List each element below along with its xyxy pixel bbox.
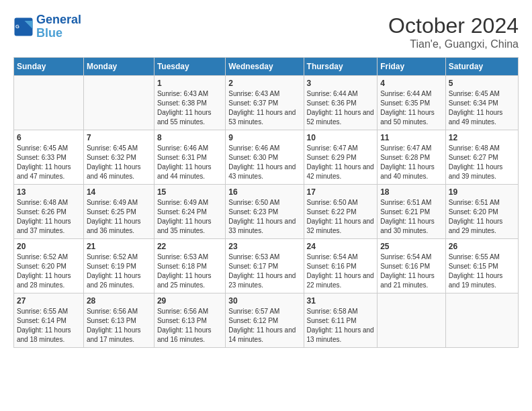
calendar-cell: 17Sunrise: 6:50 AM Sunset: 6:22 PM Dayli…: [304, 185, 378, 239]
day-number: 14: [87, 187, 151, 197]
calendar-cell: 29Sunrise: 6:56 AM Sunset: 6:13 PM Dayli…: [154, 293, 225, 348]
day-number: 20: [17, 242, 81, 251]
calendar-header-row: SundayMondayTuesdayWednesdayThursdayFrid…: [14, 58, 519, 76]
day-info: Sunrise: 6:50 AM Sunset: 6:22 PM Dayligh…: [307, 198, 375, 236]
calendar-cell: 31Sunrise: 6:58 AM Sunset: 6:11 PM Dayli…: [304, 293, 378, 348]
day-number: 17: [307, 187, 375, 197]
logo-icon: G: [13, 17, 34, 37]
title-block: October 2024 Tian'e, Guangxi, China: [388, 13, 519, 50]
day-info: Sunrise: 6:51 AM Sunset: 6:21 PM Dayligh…: [380, 198, 443, 236]
week-row-3: 13Sunrise: 6:48 AM Sunset: 6:26 PM Dayli…: [14, 185, 519, 239]
week-row-4: 20Sunrise: 6:52 AM Sunset: 6:20 PM Dayli…: [14, 239, 519, 293]
day-info: Sunrise: 6:44 AM Sunset: 6:35 PM Dayligh…: [380, 89, 443, 127]
calendar-cell: 27Sunrise: 6:55 AM Sunset: 6:14 PM Dayli…: [14, 293, 84, 348]
calendar-cell: 2Sunrise: 6:43 AM Sunset: 6:37 PM Daylig…: [226, 76, 304, 130]
day-info: Sunrise: 6:55 AM Sunset: 6:15 PM Dayligh…: [449, 253, 515, 290]
day-info: Sunrise: 6:54 AM Sunset: 6:16 PM Dayligh…: [380, 253, 443, 290]
day-number: 11: [380, 133, 443, 142]
day-number: 26: [449, 242, 515, 251]
day-number: 21: [87, 242, 151, 251]
calendar-cell: 10Sunrise: 6:47 AM Sunset: 6:29 PM Dayli…: [304, 130, 378, 185]
day-info: Sunrise: 6:54 AM Sunset: 6:16 PM Dayligh…: [307, 253, 375, 290]
day-number: 8: [157, 133, 222, 142]
day-number: 18: [380, 187, 443, 197]
day-info: Sunrise: 6:51 AM Sunset: 6:20 PM Dayligh…: [449, 198, 515, 236]
week-row-5: 27Sunrise: 6:55 AM Sunset: 6:14 PM Dayli…: [14, 293, 519, 348]
week-row-1: 1Sunrise: 6:43 AM Sunset: 6:38 PM Daylig…: [14, 76, 519, 130]
day-number: 23: [228, 242, 300, 251]
calendar-cell: 23Sunrise: 6:53 AM Sunset: 6:17 PM Dayli…: [226, 239, 304, 293]
column-header-saturday: Saturday: [445, 58, 518, 76]
logo-text: General Blue: [36, 13, 81, 40]
day-number: 2: [228, 79, 300, 88]
day-info: Sunrise: 6:45 AM Sunset: 6:34 PM Dayligh…: [449, 89, 515, 127]
day-info: Sunrise: 6:49 AM Sunset: 6:25 PM Dayligh…: [87, 198, 151, 236]
calendar-cell: 15Sunrise: 6:49 AM Sunset: 6:24 PM Dayli…: [154, 185, 225, 239]
day-info: Sunrise: 6:47 AM Sunset: 6:28 PM Dayligh…: [380, 144, 443, 181]
day-number: 13: [17, 187, 81, 197]
calendar-cell: 6Sunrise: 6:45 AM Sunset: 6:33 PM Daylig…: [14, 130, 84, 185]
week-row-2: 6Sunrise: 6:45 AM Sunset: 6:33 PM Daylig…: [14, 130, 519, 185]
day-number: 15: [157, 187, 222, 197]
day-info: Sunrise: 6:44 AM Sunset: 6:36 PM Dayligh…: [307, 89, 375, 127]
day-number: 9: [228, 133, 300, 142]
calendar-cell: 24Sunrise: 6:54 AM Sunset: 6:16 PM Dayli…: [304, 239, 378, 293]
page-title: October 2024: [388, 13, 519, 38]
day-info: Sunrise: 6:55 AM Sunset: 6:14 PM Dayligh…: [17, 307, 81, 345]
day-number: 19: [449, 187, 515, 197]
day-number: 27: [17, 296, 81, 306]
day-number: 1: [157, 79, 222, 88]
day-number: 31: [307, 296, 375, 306]
calendar-cell: 26Sunrise: 6:55 AM Sunset: 6:15 PM Dayli…: [445, 239, 518, 293]
calendar-cell: 22Sunrise: 6:53 AM Sunset: 6:18 PM Dayli…: [154, 239, 225, 293]
day-number: 10: [307, 133, 375, 142]
calendar-cell: [14, 76, 84, 130]
calendar-cell: [445, 293, 518, 348]
day-info: Sunrise: 6:56 AM Sunset: 6:13 PM Dayligh…: [87, 307, 151, 345]
calendar-cell: 7Sunrise: 6:45 AM Sunset: 6:32 PM Daylig…: [83, 130, 154, 185]
calendar-cell: 20Sunrise: 6:52 AM Sunset: 6:20 PM Dayli…: [14, 239, 84, 293]
calendar-cell: 18Sunrise: 6:51 AM Sunset: 6:21 PM Dayli…: [378, 185, 446, 239]
calendar-cell: [83, 76, 154, 130]
day-info: Sunrise: 6:46 AM Sunset: 6:31 PM Dayligh…: [157, 144, 222, 181]
day-info: Sunrise: 6:48 AM Sunset: 6:26 PM Dayligh…: [17, 198, 81, 236]
day-info: Sunrise: 6:46 AM Sunset: 6:30 PM Dayligh…: [228, 144, 300, 181]
day-number: 25: [380, 242, 443, 251]
calendar-cell: 30Sunrise: 6:57 AM Sunset: 6:12 PM Dayli…: [226, 293, 304, 348]
day-number: 24: [307, 242, 375, 251]
calendar-cell: 12Sunrise: 6:48 AM Sunset: 6:27 PM Dayli…: [445, 130, 518, 185]
column-header-wednesday: Wednesday: [226, 58, 304, 76]
day-info: Sunrise: 6:52 AM Sunset: 6:19 PM Dayligh…: [87, 253, 151, 290]
day-number: 28: [87, 296, 151, 306]
day-info: Sunrise: 6:56 AM Sunset: 6:13 PM Dayligh…: [157, 307, 222, 345]
day-info: Sunrise: 6:47 AM Sunset: 6:29 PM Dayligh…: [307, 144, 375, 181]
day-number: 7: [87, 133, 151, 142]
day-info: Sunrise: 6:58 AM Sunset: 6:11 PM Dayligh…: [307, 307, 375, 345]
calendar-cell: 4Sunrise: 6:44 AM Sunset: 6:35 PM Daylig…: [378, 76, 446, 130]
day-number: 4: [380, 79, 443, 88]
calendar-cell: 11Sunrise: 6:47 AM Sunset: 6:28 PM Dayli…: [378, 130, 446, 185]
column-header-tuesday: Tuesday: [154, 58, 225, 76]
calendar-cell: 28Sunrise: 6:56 AM Sunset: 6:13 PM Dayli…: [83, 293, 154, 348]
calendar-cell: 16Sunrise: 6:50 AM Sunset: 6:23 PM Dayli…: [226, 185, 304, 239]
logo: G General Blue: [13, 13, 81, 40]
calendar-cell: 5Sunrise: 6:45 AM Sunset: 6:34 PM Daylig…: [445, 76, 518, 130]
calendar-table: SundayMondayTuesdayWednesdayThursdayFrid…: [13, 57, 519, 348]
day-info: Sunrise: 6:50 AM Sunset: 6:23 PM Dayligh…: [228, 198, 300, 236]
day-info: Sunrise: 6:48 AM Sunset: 6:27 PM Dayligh…: [449, 144, 515, 181]
svg-text:G: G: [15, 23, 19, 29]
column-header-thursday: Thursday: [304, 58, 378, 76]
calendar-cell: 3Sunrise: 6:44 AM Sunset: 6:36 PM Daylig…: [304, 76, 378, 130]
day-number: 12: [449, 133, 515, 142]
calendar-cell: 1Sunrise: 6:43 AM Sunset: 6:38 PM Daylig…: [154, 76, 225, 130]
day-number: 3: [307, 79, 375, 88]
page-subtitle: Tian'e, Guangxi, China: [388, 38, 519, 50]
day-number: 30: [228, 296, 300, 306]
day-info: Sunrise: 6:45 AM Sunset: 6:32 PM Dayligh…: [87, 144, 151, 181]
calendar-cell: 14Sunrise: 6:49 AM Sunset: 6:25 PM Dayli…: [83, 185, 154, 239]
page-header: G General Blue October 2024 Tian'e, Guan…: [13, 13, 519, 50]
calendar-body: 1Sunrise: 6:43 AM Sunset: 6:38 PM Daylig…: [14, 76, 519, 348]
calendar-cell: 25Sunrise: 6:54 AM Sunset: 6:16 PM Dayli…: [378, 239, 446, 293]
day-info: Sunrise: 6:57 AM Sunset: 6:12 PM Dayligh…: [228, 307, 300, 345]
calendar-cell: 19Sunrise: 6:51 AM Sunset: 6:20 PM Dayli…: [445, 185, 518, 239]
